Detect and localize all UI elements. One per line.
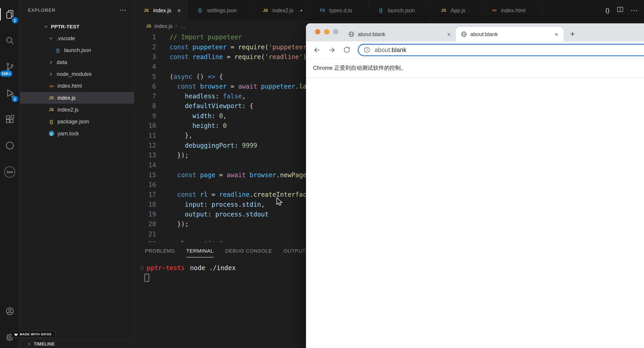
chrome-tabstrip: about:blank×about:blank× + xyxy=(306,23,644,41)
line-number: 5 xyxy=(134,72,156,82)
line-number: 19 xyxy=(134,209,156,219)
sidebar-title: EXPLORER xyxy=(28,8,56,13)
breadcrumb-file: index.js xyxy=(154,23,173,29)
file-item-node_modules[interactable]: node_modules xyxy=(20,68,134,80)
browser-tab[interactable]: about:blank× xyxy=(456,27,564,41)
close-tab-icon[interactable]: × xyxy=(445,30,452,38)
chevron-right-icon xyxy=(48,59,54,65)
search-icon[interactable] xyxy=(0,31,20,50)
file-item-package.json[interactable]: {}package.json xyxy=(20,116,134,127)
browser-page-content[interactable] xyxy=(306,78,644,348)
line-number: 1 xyxy=(134,32,156,42)
line-number: 11 xyxy=(134,131,156,141)
editor-tab-index2.js[interactable]: JSindex2.js● xyxy=(254,0,310,20)
explorer-icon[interactable]: 1 xyxy=(0,4,20,24)
yarn-icon: y xyxy=(49,131,54,136)
tab-label: App.js xyxy=(450,7,465,13)
js-file-icon: JS xyxy=(48,96,55,100)
info-icon[interactable] xyxy=(364,46,370,53)
line-number: 21 xyxy=(134,229,156,239)
zoom-window-icon[interactable] xyxy=(333,29,338,34)
panel-tab-terminal[interactable]: TERMINAL xyxy=(186,245,214,257)
file-item-yarn.lock[interactable]: yyarn.lock xyxy=(20,127,134,139)
editor-tab-types.d.ts[interactable]: TStypes.d.ts xyxy=(310,0,369,20)
file-tree-items: .vscode{}launch.jsondatanode_modules<>in… xyxy=(20,32,134,140)
account-icon[interactable] xyxy=(0,301,20,321)
panel-tab-problems[interactable]: PROBLEMS xyxy=(145,245,175,257)
file-item-launch.json[interactable]: {}launch.json xyxy=(20,44,134,56)
sidebar-header: EXPLORER ··· xyxy=(20,0,134,20)
chrome-tabstrip-tabs: about:blank×about:blank× xyxy=(344,23,564,41)
close-tab-icon[interactable]: × xyxy=(174,6,184,15)
line-number: 14 xyxy=(134,160,156,170)
editor-tabs: JSindex.js×{}settings.jsonJSindex2.js●TS… xyxy=(134,0,542,20)
source-control-icon[interactable]: 10K+ xyxy=(0,57,20,77)
more-actions-icon[interactable]: ··· xyxy=(120,7,126,14)
more-actions-icon[interactable]: ··· xyxy=(631,7,638,14)
browser-tab[interactable]: about:blank× xyxy=(344,27,456,41)
back-button[interactable] xyxy=(311,44,323,56)
line-number: 7 xyxy=(134,91,156,101)
modified-dot-icon[interactable]: ● xyxy=(297,8,306,12)
file-name: yarn.lock xyxy=(58,130,79,137)
editor-tab-App.js[interactable]: JSApp.js xyxy=(432,0,482,20)
html-tag-icon: <> xyxy=(490,8,498,13)
extensions-icon[interactable] xyxy=(0,110,20,129)
activity-bar: 1 10K+ 1 Json xyxy=(0,0,20,348)
timeline-section[interactable]: TIMELINE xyxy=(20,339,134,348)
editor-tab-settings.json[interactable]: {}settings.json xyxy=(188,0,254,20)
line-number: 13 xyxy=(134,150,156,160)
editor-tab-launch.json[interactable]: {}launch.json xyxy=(369,0,432,20)
globe-icon xyxy=(461,31,467,37)
infobar-text: Chrome 正受到自动测试软件的控制。 xyxy=(313,64,406,72)
line-number: 22 xyxy=(134,239,156,242)
gifox-fox-icon xyxy=(14,332,18,337)
folder-root[interactable]: PPTR-TEST xyxy=(20,20,134,32)
file-item-data[interactable]: data xyxy=(20,56,134,68)
file-name: .vscode xyxy=(57,35,75,41)
file-item-index2.js[interactable]: JSindex2.js xyxy=(20,104,134,116)
close-tab-icon[interactable]: × xyxy=(553,30,560,38)
scm-badge: 10K+ xyxy=(0,70,12,77)
tab-label: types.d.ts xyxy=(329,7,352,13)
debug-badge: 1 xyxy=(12,96,18,102)
editor-tab-index.html[interactable]: <>index.html xyxy=(482,0,542,20)
new-tab-button[interactable]: + xyxy=(567,28,578,40)
editor-tab-index.js[interactable]: JSindex.js× xyxy=(134,0,188,20)
braces-action-icon[interactable]: {} xyxy=(605,7,610,13)
line-number: 4 xyxy=(134,62,156,72)
timeline-label: TIMELINE xyxy=(34,342,55,347)
chevron-right-icon: › xyxy=(176,23,177,29)
line-number: 8 xyxy=(134,101,156,111)
command-decoration-icon xyxy=(140,266,144,270)
gifox-badge-label: MADE WITH GIFOX xyxy=(20,333,52,336)
file-name: data xyxy=(57,59,67,65)
file-item-index.js[interactable]: JSindex.js xyxy=(20,92,134,104)
panel-tab-output[interactable]: OUTPUT xyxy=(284,245,306,257)
close-window-icon[interactable] xyxy=(315,29,320,34)
breadcrumb-ellipsis: … xyxy=(180,23,185,29)
file-item-index.html[interactable]: <>index.html xyxy=(20,80,134,92)
tab-label: index.js xyxy=(153,7,171,13)
chevron-down-icon xyxy=(48,35,54,42)
terminal-cursor xyxy=(144,274,149,281)
file-name: index.js xyxy=(58,95,76,101)
json-extension-icon[interactable]: Json xyxy=(0,162,20,182)
line-number: 10 xyxy=(134,121,156,131)
minimize-window-icon[interactable] xyxy=(324,29,329,34)
run-debug-icon[interactable]: 1 xyxy=(0,83,20,103)
remote-explorer-icon[interactable] xyxy=(0,136,20,155)
split-editor-icon[interactable] xyxy=(617,6,624,14)
panel-tab-debug-console[interactable]: DEBUG CONSOLE xyxy=(225,245,272,257)
line-number: 17 xyxy=(134,190,156,200)
file-name: index.html xyxy=(58,83,82,89)
address-bar[interactable]: about:blank xyxy=(358,44,644,56)
forward-button[interactable] xyxy=(326,44,338,56)
file-item-.vscode[interactable]: .vscode xyxy=(20,32,134,44)
html-tag-icon: <> xyxy=(48,83,55,88)
js-file-icon: JS xyxy=(440,8,447,12)
gifox-badge: MADE WITH GIFOX xyxy=(12,331,56,338)
reload-button[interactable] xyxy=(340,44,353,56)
js-file-icon: JS xyxy=(142,8,150,12)
js-file-icon: JS xyxy=(146,24,152,28)
